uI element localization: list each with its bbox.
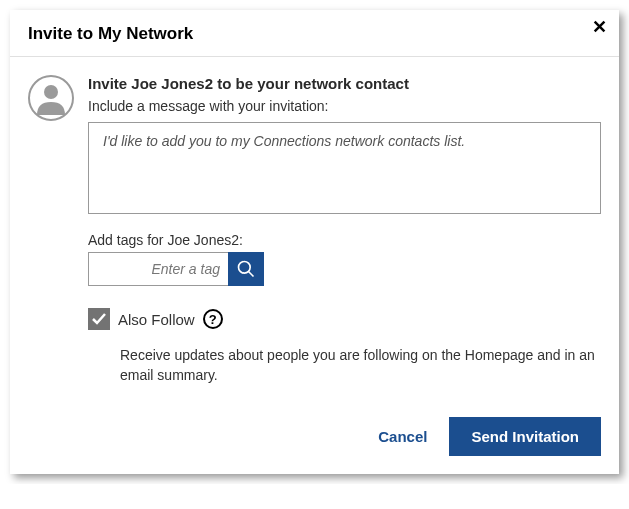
dialog-footer: Cancel Send Invitation bbox=[10, 395, 619, 474]
search-icon bbox=[236, 259, 256, 279]
also-follow-row: Also Follow ? bbox=[88, 308, 601, 330]
help-icon[interactable]: ? bbox=[203, 309, 223, 329]
also-follow-label: Also Follow bbox=[118, 311, 195, 328]
invite-heading: Invite Joe Jones2 to be your network con… bbox=[88, 75, 601, 92]
tag-row bbox=[88, 252, 601, 286]
avatar bbox=[28, 75, 74, 121]
tag-search-button[interactable] bbox=[228, 252, 264, 286]
invitation-message-input[interactable] bbox=[88, 122, 601, 214]
follow-description: Receive updates about people you are fol… bbox=[120, 346, 601, 385]
close-icon: ✕ bbox=[592, 17, 607, 37]
svg-line-3 bbox=[249, 272, 254, 277]
body-content: Invite Joe Jones2 to be your network con… bbox=[88, 75, 601, 385]
dialog-header: Invite to My Network ✕ bbox=[10, 10, 619, 56]
dialog-body: Invite Joe Jones2 to be your network con… bbox=[10, 57, 619, 395]
tags-label: Add tags for Joe Jones2: bbox=[88, 232, 601, 248]
dialog-title: Invite to My Network bbox=[28, 24, 601, 44]
svg-point-2 bbox=[239, 262, 251, 274]
send-invitation-button[interactable]: Send Invitation bbox=[449, 417, 601, 456]
avatar-icon bbox=[28, 75, 74, 121]
also-follow-checkbox[interactable] bbox=[88, 308, 110, 330]
checkmark-icon bbox=[91, 311, 107, 327]
close-button[interactable]: ✕ bbox=[592, 18, 607, 36]
tag-input[interactable] bbox=[88, 252, 228, 286]
svg-point-1 bbox=[44, 85, 58, 99]
invite-dialog: Invite to My Network ✕ Invite Joe Jones2… bbox=[10, 10, 619, 474]
include-message-label: Include a message with your invitation: bbox=[88, 98, 601, 114]
cancel-button[interactable]: Cancel bbox=[378, 428, 427, 445]
